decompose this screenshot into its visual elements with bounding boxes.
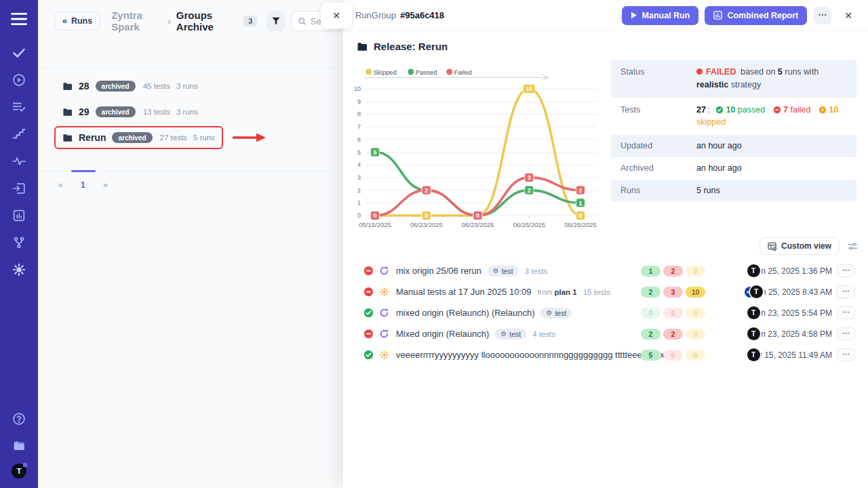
- group-row[interactable]: 29 archived 13 tests 3 runs: [62, 102, 198, 122]
- release-title-text: Release: Rerun: [374, 41, 448, 52]
- annotation-arrow: [233, 132, 267, 143]
- avatar[interactable]: T: [750, 285, 763, 298]
- avatar[interactable]: T: [747, 264, 760, 277]
- chart-panel-icon[interactable]: [9, 206, 28, 225]
- run-tests-count: 3 tests: [525, 267, 548, 275]
- run-tag-badge: ⚙test: [495, 329, 526, 340]
- svg-text:0: 0: [476, 212, 479, 219]
- details-table: Status FAILED based on 5 runs with reali…: [611, 60, 856, 201]
- run-status-icon: [363, 329, 374, 339]
- close-icon: ✕: [332, 10, 340, 21]
- group-row[interactable]: Rerun archived 27 tests 5 runs: [56, 127, 222, 148]
- avatar[interactable]: T: [747, 348, 760, 361]
- custom-view-label: Custom view: [781, 241, 831, 251]
- enter-box-icon[interactable]: [9, 179, 28, 198]
- skipped-count-pill: 10: [686, 287, 705, 298]
- group-row[interactable]: 28 archived 45 tests 3 runs: [62, 76, 198, 96]
- play-circle-icon[interactable]: [9, 70, 28, 89]
- user-avatar[interactable]: T: [12, 464, 26, 479]
- folder-icon: [357, 41, 368, 52]
- run-tag-badge: ⚙test: [488, 266, 519, 277]
- avatar[interactable]: T: [747, 306, 760, 319]
- svg-text:8: 8: [357, 110, 361, 117]
- svg-text:10: 10: [354, 85, 361, 92]
- failed-count-pill: 0: [663, 350, 683, 361]
- git-branch-icon[interactable]: [9, 233, 28, 252]
- detail-row-archived: Archived an hour ago: [611, 157, 856, 180]
- help-circle-icon[interactable]: [9, 409, 28, 428]
- run-name: veeeerrrrryyyyyyyyyy llooooooooooonnnnng…: [396, 350, 669, 360]
- combined-report-button[interactable]: Combined Report: [705, 6, 807, 25]
- run-chart: 01234567891005/15/202506/23/202506/23/20…: [347, 58, 608, 233]
- run-origin-icon: [379, 266, 389, 276]
- menu-icon[interactable]: [9, 9, 28, 28]
- svg-text:0: 0: [425, 212, 428, 219]
- close-icon: ✕: [844, 10, 852, 21]
- run-counts: 2 3 10: [641, 287, 705, 298]
- avatar[interactable]: T: [747, 327, 760, 340]
- svg-text:5: 5: [373, 149, 376, 156]
- sidebar-bottom: T: [9, 409, 28, 479]
- passed-count-pill: 2: [641, 329, 660, 340]
- run-row[interactable]: veeeerrrrryyyyyyyyyy llooooooooooonnnnng…: [363, 344, 859, 365]
- drawer-more-button[interactable]: ⋯: [813, 7, 831, 24]
- svg-text:Failed: Failed: [454, 68, 472, 76]
- group-name: Rerun: [79, 132, 106, 143]
- list-check-icon[interactable]: [9, 98, 28, 117]
- run-more-button[interactable]: ⋯: [837, 348, 855, 361]
- gear-icon[interactable]: [9, 260, 28, 279]
- run-row[interactable]: mixed origin (Relaunch) (Relaunch) ⚙test…: [363, 302, 859, 323]
- more-icon: ⋯: [818, 9, 827, 20]
- run-row[interactable]: Mixed origin (Relaunch) ⚙test 4 tests 2 …: [363, 323, 859, 344]
- check-icon[interactable]: [9, 43, 28, 62]
- detail-row-status: Status FAILED based on 5 runs with reali…: [611, 60, 856, 98]
- failed-count-pill: 2: [663, 329, 683, 340]
- rungroup-id: #95a6c418: [400, 10, 444, 20]
- run-row[interactable]: Manual tests at 17 Jun 2025 10:09 frompl…: [363, 281, 859, 302]
- run-name: Manual tests at 17 Jun 2025 10:09: [396, 287, 531, 297]
- folders-icon[interactable]: [9, 436, 28, 455]
- breadcrumb-parent[interactable]: Zyntra Spark: [111, 9, 162, 33]
- passed-icon: [363, 350, 374, 360]
- drawer-edge-close-button[interactable]: ✕: [321, 3, 352, 28]
- pagination-prev[interactable]: «: [58, 180, 63, 190]
- filter-button[interactable]: [267, 11, 285, 31]
- custom-view-button[interactable]: Custom view: [760, 237, 840, 255]
- view-settings-button[interactable]: [848, 241, 858, 251]
- breadcrumb-current: Groups Archive: [176, 9, 238, 33]
- svg-text:0: 0: [578, 212, 582, 219]
- steps-icon[interactable]: [9, 125, 28, 144]
- failed-dot-icon: [696, 68, 703, 75]
- svg-text:10: 10: [526, 85, 532, 92]
- run-chart-svg: 01234567891005/15/202506/23/202506/23/20…: [347, 58, 608, 233]
- tests-passed: 10 passed: [715, 105, 765, 115]
- pagination-page-1[interactable]: 1: [78, 180, 88, 190]
- pagination-active-indicator: [71, 170, 96, 172]
- rerun-icon: [379, 308, 389, 318]
- pagination-next[interactable]: »: [103, 180, 108, 190]
- activity-icon[interactable]: [9, 152, 28, 171]
- manual-run-button[interactable]: Manual Run: [622, 6, 699, 25]
- run-status-icon: [363, 308, 374, 318]
- group-tests-count: 27 tests: [160, 134, 187, 142]
- run-counts: 5 0 0: [641, 350, 705, 361]
- svg-text:Skipped: Skipped: [374, 68, 397, 76]
- run-more-button[interactable]: ⋯: [837, 306, 855, 319]
- folder-icon: [62, 81, 73, 92]
- back-to-runs-button[interactable]: « Runs: [54, 12, 100, 30]
- run-more-button[interactable]: ⋯: [837, 327, 855, 340]
- run-origin-icon: [379, 329, 389, 339]
- archived-badge: archived: [96, 81, 136, 92]
- svg-text:2: 2: [357, 187, 361, 194]
- detail-row-tests: Tests 27:10 passed7 failed10 skipped: [611, 98, 856, 136]
- run-row[interactable]: mix origin 25/06 rerun ⚙test 3 tests 1 2…: [363, 260, 859, 281]
- run-more-button[interactable]: ⋯: [837, 264, 855, 277]
- skipped-circle-icon: [818, 106, 827, 114]
- run-more-button[interactable]: ⋯: [837, 285, 855, 298]
- run-origin-icon: [379, 350, 389, 360]
- status-label: Status: [620, 66, 696, 92]
- svg-text:7: 7: [357, 123, 361, 130]
- drawer-close-button[interactable]: ✕: [840, 9, 856, 22]
- manual-run-label: Manual Run: [642, 11, 690, 20]
- group-runs-count: 3 runs: [176, 82, 198, 90]
